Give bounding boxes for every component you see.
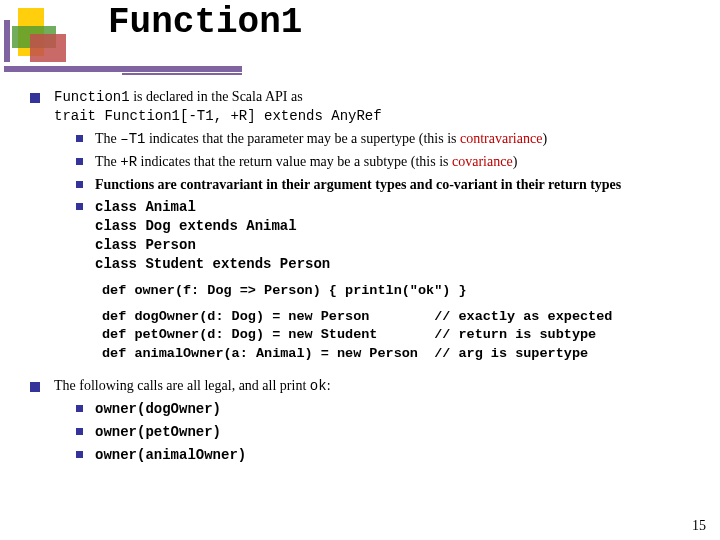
code-owner-variants: def dogOwner(d: Dog) = new Person // exa… <box>102 308 700 363</box>
sub-bullet-call-dogowner: owner(dogOwner) <box>76 400 700 419</box>
bullet-icon <box>76 181 83 188</box>
bullet-text: The +R indicates that the return value m… <box>95 153 517 172</box>
bullet-icon <box>76 203 83 210</box>
sub-bullet-call-petowner: owner(petOwner) <box>76 423 700 442</box>
sub-bullet-variance-rule: Functions are contravariant in their arg… <box>76 176 700 195</box>
bullet-icon <box>30 382 40 392</box>
bullet-icon <box>76 451 83 458</box>
slide-title: Function1 <box>108 2 302 43</box>
bullet-text: The –T1 indicates that the parameter may… <box>95 130 547 149</box>
code-call: owner(animalOwner) <box>95 446 246 465</box>
sub-bullet-call-animalowner: owner(animalOwner) <box>76 446 700 465</box>
code-function1: Function1 <box>54 89 130 105</box>
bullet-text: The following calls are all legal, and a… <box>54 377 331 396</box>
bullet-icon <box>76 405 83 412</box>
bullet-function1-declared: Function1 is declared in the Scala API a… <box>30 88 700 126</box>
page-number: 15 <box>692 518 706 534</box>
sub-bullet-classes: class Animal class Dog extends Animal cl… <box>76 198 700 274</box>
code-call: owner(dogOwner) <box>95 400 221 419</box>
bullet-icon <box>76 135 83 142</box>
bullet-text: Functions are contravariant in their arg… <box>95 176 621 195</box>
sub-bullet-covariance: The +R indicates that the return value m… <box>76 153 700 172</box>
bullet-text: Function1 is declared in the Scala API a… <box>54 88 382 126</box>
slide-logo <box>4 8 72 74</box>
code-owner-def: def owner(f: Dog => Person) { println("o… <box>102 282 700 300</box>
bullet-icon <box>30 93 40 103</box>
slide-body: Function1 is declared in the Scala API a… <box>30 88 700 468</box>
bullet-legal-calls: The following calls are all legal, and a… <box>30 377 700 396</box>
code-class-decls: class Animal class Dog extends Animal cl… <box>95 198 330 274</box>
code-trait-decl: trait Function1[-T1, +R] extends AnyRef <box>54 108 382 124</box>
bullet-icon <box>76 428 83 435</box>
code-call: owner(petOwner) <box>95 423 221 442</box>
bullet-icon <box>76 158 83 165</box>
sub-bullet-contravariance: The –T1 indicates that the parameter may… <box>76 130 700 149</box>
